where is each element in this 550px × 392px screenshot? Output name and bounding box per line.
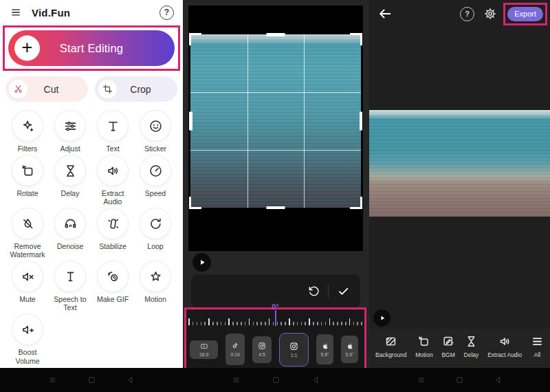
android-nav-right [369,368,550,392]
aspect-ratio-9-16[interactable]: 9:16 [226,334,245,365]
aspect-ratio-5-5-[interactable]: 5.5" [341,336,358,363]
tool-make-gif[interactable]: Make GIF [91,261,134,312]
ruler-tick [329,318,331,325]
ruler-tick [192,322,194,325]
aspect-ratio-1-1[interactable]: 1:1 [279,333,309,367]
toolbar-label: Background [375,351,406,358]
video-preview-image[interactable] [369,110,550,217]
back-triangle-icon[interactable] [126,375,135,384]
play-button[interactable] [192,253,211,272]
recents-icon[interactable] [48,375,57,384]
hamburger-menu-icon[interactable] [9,8,23,17]
composite-screenshot: Vid.Fun ? + Start Editing Cut Crop Filte… [0,0,550,392]
start-editing-button[interactable]: + Start Editing [8,30,175,66]
tool-remove-watermark[interactable]: Remove Watermark [6,208,49,259]
crop-handle-right[interactable] [360,112,363,131]
crop-handle-bottom-left[interactable] [189,197,201,209]
crop-handle-top-left[interactable] [189,33,201,45]
ruler-tick [325,322,327,325]
home-icon[interactable] [455,375,464,384]
confirm-crop-button[interactable] [329,280,358,303]
ruler-tick [256,322,258,325]
reset-rotation-button[interactable] [299,280,328,303]
toolbar-extract-audio[interactable]: Extract Audio [487,335,522,358]
aspect-ratio-5-8-[interactable]: 5.8" [316,334,333,364]
tool-sticker[interactable]: Sticker [134,111,177,153]
tool-extract-audio[interactable]: Extract Audio [91,155,134,206]
start-editing-annotation-box: + Start Editing [3,25,180,71]
tool-adjust[interactable]: Adjust [49,111,91,153]
aspect-ratio-4-5[interactable]: 4:5 [252,336,272,363]
crop-screen-panel: 0° 16:99:164:51:15.8"5.5"3:4 [183,0,369,392]
loop-icon [148,217,163,231]
ruler-tick [245,322,246,325]
background-icon [384,335,397,348]
rotate-icon [21,164,35,178]
home-icon[interactable] [87,375,96,384]
crop-preview-image[interactable] [190,34,361,208]
tool-stabilize[interactable]: Stabilize [91,208,134,259]
crop-handle-bottom-right[interactable] [350,197,362,209]
recents-icon[interactable] [417,375,426,384]
toolbar-delay[interactable]: Delay [464,335,479,358]
tool-speed[interactable]: Speed [134,155,177,206]
tool-rotate[interactable]: Rotate [6,155,49,206]
toolbar-bgm[interactable]: BGM [441,335,454,358]
ruler-tick [241,322,242,325]
tool-mute[interactable]: Mute [6,261,49,312]
scissors-icon [13,84,23,94]
gear-icon[interactable] [483,7,497,21]
check-icon [337,285,350,298]
aspect-ratio-16-9[interactable]: 16:9 [190,340,218,359]
export-button[interactable]: Export [507,7,543,21]
ruler-tick [321,322,322,325]
toolbar-background[interactable]: Background [375,335,406,358]
text-icon [106,119,120,133]
aspect-ratio-label: 9:16 [230,352,240,357]
rotate-icon [417,335,430,348]
tool-text[interactable]: Text [91,111,134,153]
ruler-tick [232,322,234,325]
crop-button[interactable]: Crop [95,76,177,102]
ruler-tick [285,322,286,325]
tool-label: Filters [18,144,38,153]
ruler-tick [208,318,210,325]
help-icon[interactable]: ? [460,7,474,21]
tool-speech-to-text[interactable]: Speech to Text [49,261,91,312]
crop-handle-top-right[interactable] [350,33,362,45]
rotation-ruler[interactable]: 0° [188,314,362,330]
help-icon[interactable]: ? [160,6,174,20]
ruler-tick [249,318,250,325]
toolbar-label: All [534,351,540,358]
toolbar-all[interactable]: All [531,335,544,358]
tool-boost-volume[interactable]: Boost Volume [6,314,49,364]
crop-handle-left[interactable] [189,112,192,131]
toolbar-motion[interactable]: Motion [415,335,433,358]
tool-label: Make GIF [97,295,129,303]
aspect-ratio-label: 1:1 [291,353,298,358]
tool-denoise[interactable]: Denoise [49,208,91,259]
back-triangle-icon[interactable] [311,375,320,384]
extract-audio-icon [106,164,120,178]
tool-filters[interactable]: Filters [6,111,49,153]
ruler-tick [188,318,190,325]
ruler-tick [353,322,355,325]
recents-icon[interactable] [232,375,241,384]
tool-label: Denoise [57,242,84,250]
back-triangle-icon[interactable] [494,375,503,384]
tool-delay[interactable]: Delay [49,155,91,206]
back-arrow-icon[interactable] [377,6,393,21]
tool-loop[interactable]: Loop [134,208,177,259]
tool-label: Stabilize [99,242,126,250]
tool-motion[interactable]: Motion [134,261,177,312]
play-button[interactable] [373,309,390,327]
crop-handle-bottom[interactable] [267,206,285,210]
crop-handle-top[interactable] [267,33,285,36]
home-icon[interactable] [272,375,280,384]
tool-label: Rotate [17,189,38,197]
youtube-icon [199,342,209,350]
bgm-icon [442,335,455,348]
ruler-tick [280,322,282,325]
cut-button[interactable]: Cut [6,76,88,102]
editor-toolbar: BackgroundMotionBGMDelayExtract AudioAll [369,329,550,368]
